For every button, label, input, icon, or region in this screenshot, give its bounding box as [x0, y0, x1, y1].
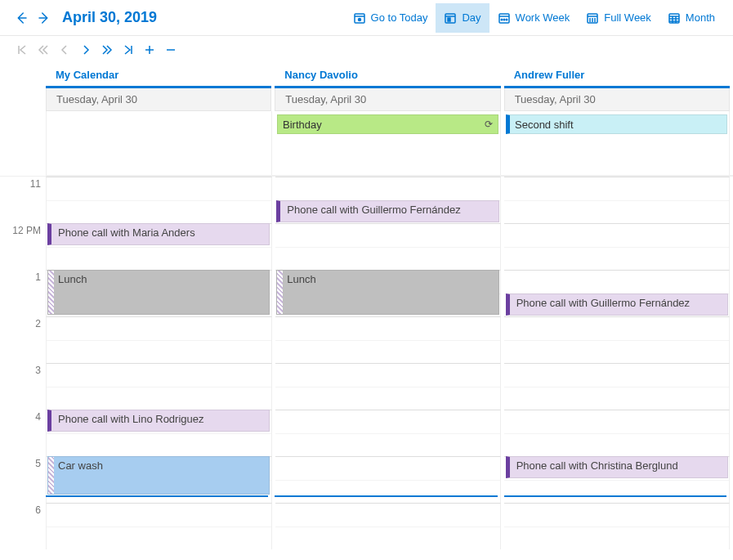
- tentative-stripe: [48, 457, 54, 494]
- minus-icon: [165, 44, 177, 56]
- svg-point-9: [503, 19, 505, 20]
- allday-event-birthday[interactable]: Birthday ⟳: [277, 114, 498, 134]
- event-title: Phone call with Guillermo Fernández: [516, 297, 690, 309]
- hour-label: 11: [0, 177, 46, 223]
- time-cell[interactable]: [46, 503, 272, 549]
- view-workweek-label: Work Week: [516, 11, 570, 24]
- view-month-button[interactable]: Month: [659, 3, 723, 33]
- calendar-date: Tuesday, April 30: [46, 88, 271, 111]
- event-lunch[interactable]: Lunch: [276, 270, 498, 315]
- view-day-label: Day: [462, 11, 480, 24]
- event-title: Car wash: [58, 459, 103, 472]
- calendar-date: Tuesday, April 30: [504, 88, 730, 111]
- calendar-fullweek-icon: [586, 11, 599, 25]
- time-cell[interactable]: [275, 503, 501, 549]
- tentative-stripe: [277, 271, 283, 314]
- time-cell[interactable]: [46, 316, 272, 363]
- arrow-right-icon: [37, 11, 51, 25]
- time-cell[interactable]: [504, 177, 730, 223]
- event-carwash[interactable]: Car wash: [47, 456, 270, 495]
- calendar-workweek-icon: [498, 11, 511, 25]
- chevron-last-icon: [123, 44, 134, 56]
- event-title: Phone call with Guillermo Fernández: [287, 204, 460, 216]
- calendar-today-icon: [353, 11, 366, 25]
- event-maria[interactable]: Phone call with Maria Anders: [47, 223, 270, 245]
- go-to-today-button[interactable]: Go to Today: [345, 3, 436, 33]
- topbar: April 30, 2019 Go to Today Day Work Week…: [0, 0, 733, 36]
- time-cell[interactable]: [504, 316, 730, 363]
- hour-label: 6: [0, 503, 46, 549]
- svg-rect-5: [448, 18, 450, 21]
- time-cell[interactable]: [275, 363, 501, 410]
- svg-point-10: [506, 19, 507, 20]
- hour-label: 3: [0, 363, 46, 410]
- time-grid: 11 12 PM 1 2 3 4 5 6 Phone call with Mar…: [0, 176, 733, 556]
- time-cell[interactable]: [275, 410, 501, 456]
- chevron-first-icon: [16, 44, 28, 56]
- hour-label: 2: [0, 316, 46, 363]
- svg-point-2: [358, 18, 360, 20]
- view-workweek-button[interactable]: Work Week: [489, 3, 579, 33]
- hour-label: 5: [0, 456, 46, 503]
- event-lunch[interactable]: Lunch: [47, 270, 270, 315]
- time-cell[interactable]: [46, 363, 272, 410]
- calendar-day-icon: [444, 11, 457, 25]
- time-cell[interactable]: [504, 223, 730, 270]
- event-title: Phone call with Maria Anders: [58, 226, 195, 239]
- allday-event-shift[interactable]: Second shift: [506, 114, 727, 134]
- hour-label: 12 PM: [0, 223, 46, 270]
- time-cell[interactable]: [504, 410, 730, 456]
- prev-date-button[interactable]: [10, 7, 33, 29]
- view-fullweek-button[interactable]: Full Week: [578, 3, 659, 33]
- chevron-double-right-icon: [101, 44, 113, 56]
- calendar-name[interactable]: My Calendar: [46, 64, 271, 86]
- event-guillermo[interactable]: Phone call with Guillermo Fernández: [506, 293, 728, 316]
- event-christina[interactable]: Phone call with Christina Berglund: [506, 456, 728, 478]
- date-title: April 30, 2019: [62, 9, 157, 26]
- event-title: Phone call with Lino Rodriguez: [58, 413, 204, 425]
- event-guillermo[interactable]: Phone call with Guillermo Fernández: [276, 200, 498, 222]
- resource-nav-toolbar: [0, 36, 733, 64]
- plus-icon: [144, 44, 155, 56]
- event-title: Phone call with Christina Berglund: [516, 459, 678, 472]
- time-cell[interactable]: [504, 363, 730, 410]
- prev-page-button[interactable]: [34, 41, 52, 59]
- time-cell[interactable]: [275, 316, 501, 363]
- calendar-header: Andrew Fuller Tuesday, April 30: [504, 64, 730, 111]
- time-cell[interactable]: [504, 503, 730, 549]
- time-cell[interactable]: [275, 223, 501, 270]
- svg-point-8: [501, 19, 503, 20]
- next-resource-button[interactable]: [77, 41, 95, 59]
- last-resource-button[interactable]: [119, 41, 137, 59]
- event-title: Lunch: [287, 273, 315, 285]
- add-resource-button[interactable]: [141, 41, 159, 59]
- time-cell[interactable]: [275, 456, 501, 503]
- calendar-month-icon: [668, 11, 681, 25]
- allday-cell[interactable]: Second shift: [504, 111, 730, 175]
- go-to-today-label: Go to Today: [371, 11, 428, 24]
- event-lino[interactable]: Phone call with Lino Rodriguez: [47, 410, 270, 432]
- allday-cell[interactable]: Birthday ⟳: [275, 111, 501, 175]
- calendar-name[interactable]: Andrew Fuller: [504, 64, 730, 86]
- tentative-stripe: [48, 271, 54, 314]
- view-month-label: Month: [686, 11, 715, 24]
- event-title: Second shift: [515, 119, 574, 131]
- calendar-date: Tuesday, April 30: [275, 88, 500, 111]
- next-page-button[interactable]: [98, 41, 116, 59]
- chevron-left-icon: [59, 44, 70, 56]
- calendar-name[interactable]: Nancy Davolio: [275, 64, 500, 86]
- prev-resource-button[interactable]: [56, 41, 74, 59]
- time-cell[interactable]: [46, 177, 272, 223]
- first-resource-button[interactable]: [13, 41, 31, 59]
- allday-cell[interactable]: [46, 111, 272, 175]
- hour-label: 4: [0, 410, 46, 456]
- chevron-right-icon: [80, 44, 92, 56]
- calendar-header: Nancy Davolio Tuesday, April 30: [275, 64, 500, 111]
- calendar-header: My Calendar Tuesday, April 30: [46, 64, 271, 111]
- next-date-button[interactable]: [33, 7, 56, 29]
- recurrence-icon: ⟳: [485, 119, 493, 130]
- allday-row: Birthday ⟳ Second shift: [46, 111, 733, 176]
- view-day-button[interactable]: Day: [436, 3, 489, 33]
- remove-resource-button[interactable]: [162, 41, 180, 59]
- event-title: Lunch: [58, 273, 87, 285]
